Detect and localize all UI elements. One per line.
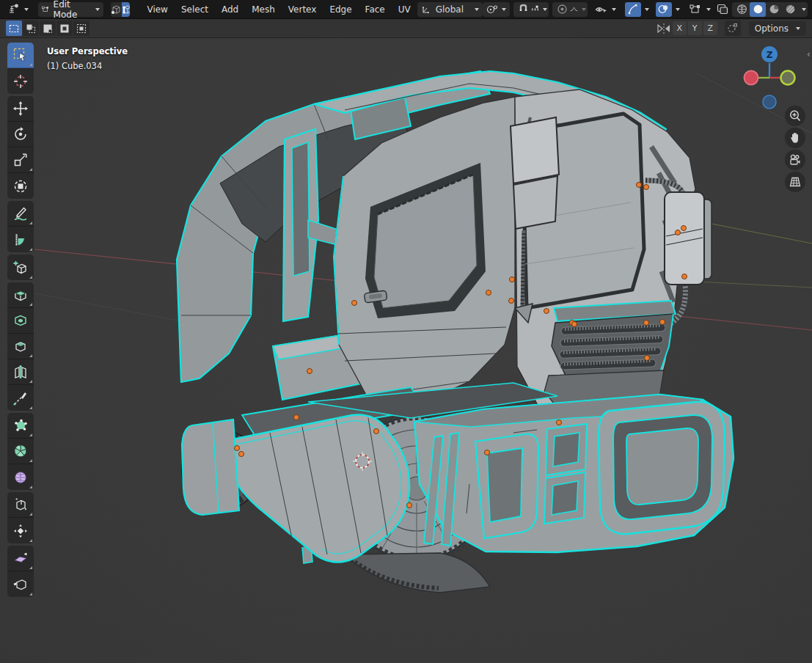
mirror-z-toggle[interactable]: Z [703,21,717,35]
scene-3d-truck-model[interactable] [0,38,812,663]
menu-select[interactable]: Select [175,2,215,17]
menu-face[interactable]: Face [359,2,392,17]
tool-rotate[interactable] [7,122,34,147]
gizmo-z-negative[interactable] [763,95,776,109]
tool-shear[interactable] [7,546,34,571]
tool-spin[interactable] [7,439,34,464]
smooth-icon [12,469,29,486]
select-set-icon [9,23,19,34]
shading-solid-button[interactable] [750,2,766,17]
menu-edge[interactable]: Edge [323,2,358,17]
tool-annotate[interactable] [7,201,34,227]
mirror-x-toggle[interactable]: X [673,21,687,35]
shading-wireframe-button[interactable] [734,2,750,17]
measure-icon [12,232,29,248]
toggle-ortho-button[interactable] [785,172,805,192]
model-front-bumper [414,395,734,552]
tool-move[interactable] [7,96,34,122]
select-mode-intersect-button[interactable] [73,21,89,36]
extrude-region-icon [12,287,29,303]
tool-extrude-region[interactable] [7,282,34,308]
inset-faces-icon [12,312,29,329]
xray-toggle[interactable] [717,2,728,17]
shading-material-button[interactable] [766,2,782,17]
viewport-canvas[interactable]: User Perspective (1) Cube.034 Z ‹ [0,38,812,663]
select-mode-extend-button[interactable] [23,21,39,36]
tool-transform[interactable] [7,173,34,199]
shear-icon [12,550,29,566]
menu-mesh[interactable]: Mesh [245,2,282,17]
proportional-falloff-dropdown[interactable] [570,2,586,17]
snap-target-dropdown[interactable] [531,2,547,17]
menu-uv[interactable]: UV [392,2,417,17]
edge-slide-icon [12,497,29,513]
mode-dropdown[interactable]: Edit Mode [38,2,103,17]
model-front-grille [544,301,676,408]
mirror-icon[interactable] [656,23,671,34]
snap-base-button[interactable] [725,21,741,36]
zoom-button[interactable] [785,106,805,126]
options-dropdown[interactable]: Options [749,21,806,36]
editor-type-dropdown[interactable] [4,2,32,17]
tool-settings-bar: X Y Z Options [0,19,812,38]
gizmos-group [623,2,651,17]
snap-toggle[interactable] [515,2,531,17]
pan-button[interactable] [785,128,805,148]
tool-rip-region[interactable] [7,571,34,597]
orientation-axes-icon [421,4,431,15]
rip-region-icon [12,576,29,593]
menu-view[interactable]: View [140,2,174,17]
shading-rendered-button[interactable] [782,2,798,17]
show-overlays-toggle[interactable] [656,2,672,17]
pivot-point-dropdown[interactable] [483,2,510,17]
gizmo-x-axis[interactable] [745,71,758,85]
shrink-fatten-icon [12,523,29,539]
object-visibility-dropdown[interactable] [591,2,620,17]
vertex-select-button[interactable] [111,2,122,17]
camera-view-button[interactable] [785,150,805,170]
mesh-edit-overlays-group [685,2,712,17]
mode-label: Edit Mode [54,0,81,20]
tool-inset-faces[interactable] [7,308,34,334]
snap-increment-icon [531,4,539,14]
cursor-tool-icon [12,73,29,89]
tool-scale[interactable] [7,147,34,173]
dashed-circle-icon [727,23,738,34]
tool-smooth[interactable] [7,464,34,490]
show-gizmos-toggle[interactable] [625,2,641,17]
pivot-point-icon [486,4,498,15]
select-mode-subtract-button[interactable] [40,21,56,36]
snap-group [513,2,549,17]
proportional-editing-toggle[interactable] [554,2,570,17]
xray-icon [717,4,728,15]
move-icon [12,100,29,117]
edge-select-icon [122,4,131,15]
select-mode-set-button[interactable] [6,21,22,36]
edge-select-button[interactable] [122,2,131,17]
viewport-nav-buttons [785,106,805,192]
mirror-y-toggle[interactable]: Y [688,21,702,35]
toolbar [7,43,34,599]
tool-loop-cut[interactable] [7,359,34,385]
mesh-edit-overlays-dropdown[interactable] [687,2,703,17]
tool-poly-build[interactable] [7,413,34,439]
tool-edge-slide[interactable] [7,492,34,518]
menu-add[interactable]: Add [215,2,245,17]
tool-bevel[interactable] [7,334,34,359]
tool-measure[interactable] [7,227,34,252]
tool-shrink-fatten[interactable] [7,518,34,543]
gizmo-y-axis[interactable] [781,71,795,85]
active-object-label: (1) Cube.034 [47,61,128,71]
navigation-gizmo[interactable]: Z [736,44,803,111]
tool-cursor[interactable] [7,68,34,94]
tool-tweak-select[interactable] [7,43,34,68]
transform-orientation-dropdown[interactable]: Global [417,2,483,17]
select-mode-invert-button[interactable] [56,21,73,36]
tool-add-cube[interactable] [7,254,34,280]
proportional-editing-group [552,2,588,17]
edit-overlays-icon [690,4,701,15]
loop-cut-icon [12,364,29,380]
sidebar-collapse-arrow[interactable]: ‹ [807,48,811,59]
menu-vertex[interactable]: Vertex [282,2,323,17]
tool-knife[interactable] [7,385,34,411]
